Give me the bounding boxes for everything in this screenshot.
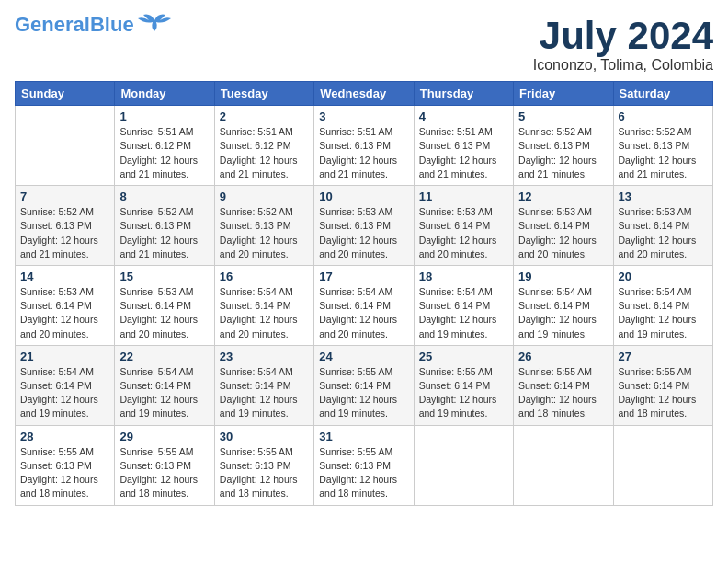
table-row: 14Sunrise: 5:53 AMSunset: 6:14 PMDayligh…	[16, 265, 115, 345]
logo-bird-icon	[138, 11, 171, 31]
day-number: 26	[518, 350, 608, 363]
day-info: Sunrise: 5:51 AMSunset: 6:13 PMDaylight:…	[419, 125, 508, 181]
day-info: Sunrise: 5:54 AMSunset: 6:14 PMDaylight:…	[619, 285, 708, 341]
day-number: 30	[220, 430, 309, 443]
day-info: Sunrise: 5:51 AMSunset: 6:13 PMDaylight:…	[319, 125, 408, 181]
day-number: 28	[20, 430, 109, 443]
day-number: 5	[518, 109, 608, 123]
table-row: 11Sunrise: 5:53 AMSunset: 6:14 PMDayligh…	[414, 186, 513, 266]
day-info: Sunrise: 5:55 AMSunset: 6:14 PMDaylight:…	[319, 365, 408, 421]
day-number: 18	[419, 270, 508, 283]
header-monday: Monday	[115, 82, 214, 106]
table-row: 26Sunrise: 5:55 AMSunset: 6:14 PMDayligh…	[514, 345, 613, 425]
day-info: Sunrise: 5:53 AMSunset: 6:13 PMDaylight:…	[319, 205, 408, 261]
table-row: 5Sunrise: 5:52 AMSunset: 6:13 PMDaylight…	[514, 106, 613, 186]
day-info: Sunrise: 5:55 AMSunset: 6:14 PMDaylight:…	[419, 365, 508, 421]
table-row: 8Sunrise: 5:52 AMSunset: 6:13 PMDaylight…	[115, 186, 214, 266]
header-saturday: Saturday	[613, 82, 712, 106]
day-number: 21	[20, 350, 109, 363]
table-row: 20Sunrise: 5:54 AMSunset: 6:14 PMDayligh…	[613, 265, 712, 345]
table-row: 9Sunrise: 5:52 AMSunset: 6:13 PMDaylight…	[214, 186, 313, 266]
title-block: July 2024 Icononzo, Tolima, Colombia	[533, 15, 713, 74]
day-info: Sunrise: 5:52 AMSunset: 6:13 PMDaylight:…	[20, 205, 109, 261]
table-row: 16Sunrise: 5:54 AMSunset: 6:14 PMDayligh…	[214, 265, 313, 345]
day-number: 1	[119, 109, 209, 123]
day-number: 25	[419, 350, 508, 363]
day-number: 17	[319, 270, 408, 283]
header-thursday: Thursday	[414, 82, 513, 106]
logo: GeneralBlue	[15, 15, 171, 35]
day-number: 3	[319, 109, 408, 123]
day-info: Sunrise: 5:52 AMSunset: 6:13 PMDaylight:…	[518, 125, 608, 181]
day-number: 10	[319, 190, 408, 203]
day-info: Sunrise: 5:54 AMSunset: 6:14 PMDaylight:…	[220, 365, 309, 421]
table-row: 12Sunrise: 5:53 AMSunset: 6:14 PMDayligh…	[514, 186, 613, 266]
table-row: 1Sunrise: 5:51 AMSunset: 6:12 PMDaylight…	[115, 106, 214, 186]
day-number: 29	[119, 430, 209, 443]
day-info: Sunrise: 5:54 AMSunset: 6:14 PMDaylight:…	[419, 285, 508, 341]
table-row: 19Sunrise: 5:54 AMSunset: 6:14 PMDayligh…	[514, 265, 613, 345]
day-number: 20	[619, 270, 708, 283]
table-row	[514, 425, 613, 505]
calendar-week-row: 1Sunrise: 5:51 AMSunset: 6:12 PMDaylight…	[16, 106, 713, 186]
day-info: Sunrise: 5:55 AMSunset: 6:13 PMDaylight:…	[319, 445, 408, 501]
day-info: Sunrise: 5:54 AMSunset: 6:14 PMDaylight:…	[319, 285, 408, 341]
table-row: 13Sunrise: 5:53 AMSunset: 6:14 PMDayligh…	[613, 186, 712, 266]
day-number: 15	[119, 270, 209, 283]
day-number: 23	[220, 350, 309, 363]
weekday-header-row: Sunday Monday Tuesday Wednesday Thursday…	[16, 82, 713, 106]
day-number: 22	[119, 350, 209, 363]
day-info: Sunrise: 5:53 AMSunset: 6:14 PMDaylight:…	[119, 285, 209, 341]
day-info: Sunrise: 5:55 AMSunset: 6:14 PMDaylight:…	[619, 365, 708, 421]
day-info: Sunrise: 5:54 AMSunset: 6:14 PMDaylight:…	[20, 365, 109, 421]
day-info: Sunrise: 5:51 AMSunset: 6:12 PMDaylight:…	[119, 125, 209, 181]
table-row	[414, 425, 513, 505]
day-number: 31	[319, 430, 408, 443]
day-info: Sunrise: 5:54 AMSunset: 6:14 PMDaylight:…	[518, 285, 608, 341]
table-row: 10Sunrise: 5:53 AMSunset: 6:13 PMDayligh…	[314, 186, 414, 266]
calendar-week-row: 14Sunrise: 5:53 AMSunset: 6:14 PMDayligh…	[16, 265, 713, 345]
day-number: 11	[419, 190, 508, 203]
day-info: Sunrise: 5:55 AMSunset: 6:13 PMDaylight:…	[20, 445, 109, 501]
logo-text: GeneralBlue	[15, 15, 134, 35]
table-row: 27Sunrise: 5:55 AMSunset: 6:14 PMDayligh…	[613, 345, 712, 425]
day-number: 14	[20, 270, 109, 283]
day-info: Sunrise: 5:54 AMSunset: 6:14 PMDaylight:…	[119, 365, 209, 421]
day-info: Sunrise: 5:55 AMSunset: 6:13 PMDaylight:…	[220, 445, 309, 501]
table-row: 29Sunrise: 5:55 AMSunset: 6:13 PMDayligh…	[115, 425, 214, 505]
table-row: 17Sunrise: 5:54 AMSunset: 6:14 PMDayligh…	[314, 265, 414, 345]
table-row: 2Sunrise: 5:51 AMSunset: 6:12 PMDaylight…	[214, 106, 313, 186]
day-number: 27	[619, 350, 708, 363]
day-number: 4	[419, 109, 508, 123]
header-friday: Friday	[514, 82, 613, 106]
day-number: 9	[220, 190, 309, 203]
table-row: 3Sunrise: 5:51 AMSunset: 6:13 PMDaylight…	[314, 106, 414, 186]
day-info: Sunrise: 5:52 AMSunset: 6:13 PMDaylight:…	[220, 205, 309, 261]
header-wednesday: Wednesday	[314, 82, 414, 106]
table-row: 23Sunrise: 5:54 AMSunset: 6:14 PMDayligh…	[214, 345, 313, 425]
day-info: Sunrise: 5:55 AMSunset: 6:13 PMDaylight:…	[119, 445, 209, 501]
day-info: Sunrise: 5:53 AMSunset: 6:14 PMDaylight:…	[619, 205, 708, 261]
calendar-week-row: 21Sunrise: 5:54 AMSunset: 6:14 PMDayligh…	[16, 345, 713, 425]
calendar-week-row: 7Sunrise: 5:52 AMSunset: 6:13 PMDaylight…	[16, 186, 713, 266]
page-header: GeneralBlue July 2024 Icononzo, Tolima, …	[15, 15, 713, 74]
table-row: 22Sunrise: 5:54 AMSunset: 6:14 PMDayligh…	[115, 345, 214, 425]
table-row	[16, 106, 115, 186]
month-year-title: July 2024	[533, 15, 713, 57]
table-row: 30Sunrise: 5:55 AMSunset: 6:13 PMDayligh…	[214, 425, 313, 505]
day-info: Sunrise: 5:55 AMSunset: 6:14 PMDaylight:…	[518, 365, 608, 421]
day-info: Sunrise: 5:53 AMSunset: 6:14 PMDaylight:…	[419, 205, 508, 261]
day-number: 12	[518, 190, 608, 203]
location-subtitle: Icononzo, Tolima, Colombia	[533, 57, 713, 74]
table-row: 28Sunrise: 5:55 AMSunset: 6:13 PMDayligh…	[16, 425, 115, 505]
day-number: 16	[220, 270, 309, 283]
day-number: 6	[619, 109, 708, 123]
day-number: 13	[619, 190, 708, 203]
table-row: 24Sunrise: 5:55 AMSunset: 6:14 PMDayligh…	[314, 345, 414, 425]
day-info: Sunrise: 5:54 AMSunset: 6:14 PMDaylight:…	[220, 285, 309, 341]
table-row: 18Sunrise: 5:54 AMSunset: 6:14 PMDayligh…	[414, 265, 513, 345]
table-row: 21Sunrise: 5:54 AMSunset: 6:14 PMDayligh…	[16, 345, 115, 425]
day-info: Sunrise: 5:53 AMSunset: 6:14 PMDaylight:…	[20, 285, 109, 341]
day-number: 19	[518, 270, 608, 283]
day-info: Sunrise: 5:53 AMSunset: 6:14 PMDaylight:…	[518, 205, 608, 261]
